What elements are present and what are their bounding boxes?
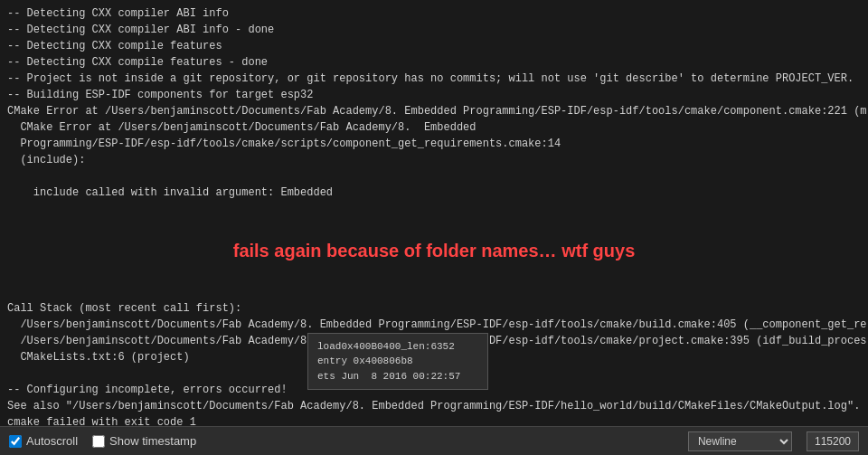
terminal-line: cmake failed with exit code 1 <box>7 414 861 426</box>
terminal-line: /Users/benjaminscott/Documents/Fab Acade… <box>7 317 861 333</box>
terminal-line: -- Detecting CXX compile features - done <box>7 54 861 71</box>
baud-rate-display: 115200 <box>807 431 859 451</box>
terminal-line <box>7 217 861 233</box>
autoscroll-text: Autoscroll <box>26 434 78 448</box>
terminal-line: Programming/ESP-IDF/esp-idf/tools/cmake/… <box>7 136 861 152</box>
terminal-line: (include): <box>7 152 861 168</box>
terminal-line: See also "/Users/benjaminscott/Documents… <box>7 398 861 414</box>
terminal-line: -- Detecting CXX compiler ABI info <box>7 5 861 22</box>
terminal-line: -- Detecting CXX compile features <box>7 38 861 54</box>
status-bar: Autoscroll Show timestamp Newline No lin… <box>0 426 868 455</box>
terminal-line: -- Project is not inside a git repositor… <box>7 71 861 87</box>
terminal-line: CMake Error at /Users/benjaminscott/Docu… <box>7 103 861 119</box>
timestamp-checkbox[interactable] <box>92 435 105 448</box>
popup-line1: load0x400B0400_len:6352 <box>317 339 478 355</box>
popup-line2: entry 0x400806b8 <box>317 354 478 369</box>
baud-value: 115200 <box>815 435 851 448</box>
popup-line3: ets Jun 8 2016 00:22:57 <box>317 369 478 384</box>
fail-message: fails again because of folder names… wtf… <box>7 233 861 268</box>
terminal-line <box>7 268 861 284</box>
autoscroll-checkbox[interactable] <box>9 435 22 448</box>
serial-popup: load0x400B0400_len:6352 entry 0x400806b8… <box>307 333 488 391</box>
terminal-line <box>7 168 861 185</box>
terminal-line: CMake Error at /Users/benjaminscott/Docu… <box>7 119 861 136</box>
terminal-line <box>7 201 861 217</box>
terminal-line: Call Stack (most recent call first): <box>7 300 861 317</box>
terminal-output: -- Detecting CXX compiler ABI info -- De… <box>0 0 868 426</box>
timestamp-label[interactable]: Show timestamp <box>92 434 196 448</box>
newline-select[interactable]: Newline No line ending Carriage return B… <box>688 431 792 451</box>
timestamp-text: Show timestamp <box>109 434 196 448</box>
autoscroll-label[interactable]: Autoscroll <box>9 434 78 448</box>
terminal-line: -- Building ESP-IDF components for targe… <box>7 87 861 103</box>
terminal-line: include called with invalid argument: Em… <box>7 185 861 201</box>
terminal-line <box>7 284 861 300</box>
terminal-line: -- Detecting CXX compiler ABI info - don… <box>7 22 861 38</box>
